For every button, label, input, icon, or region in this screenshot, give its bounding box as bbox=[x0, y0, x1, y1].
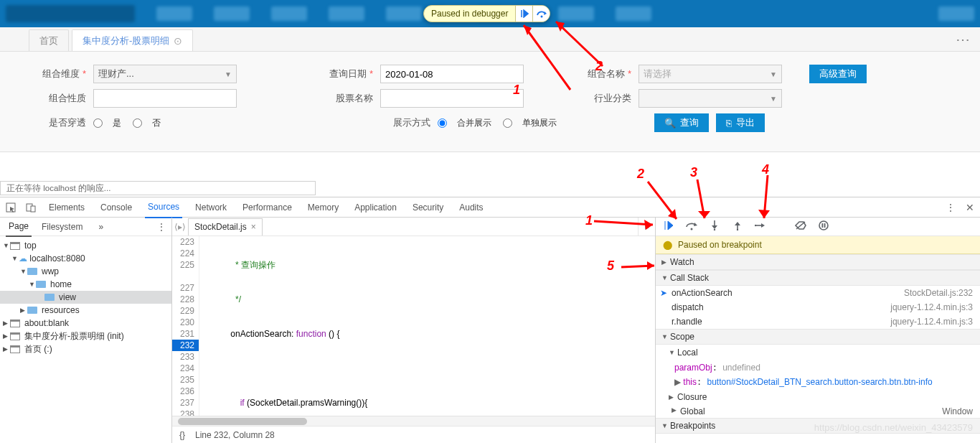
callstack-frame[interactable]: ➤onActionSearchStockDetail.js:232 bbox=[656, 286, 980, 300]
step-over-icon[interactable] bbox=[686, 220, 697, 233]
annotation-number-3: 3 bbox=[690, 165, 697, 180]
line-number-gutter[interactable]: 223224225 227228229 230231 232 233234235… bbox=[172, 236, 199, 416]
warning-icon: ⬤ bbox=[663, 240, 672, 250]
devtools-tab-security[interactable]: Security bbox=[410, 197, 446, 218]
close-icon[interactable]: ⊙ bbox=[174, 35, 182, 47]
step-into-icon[interactable] bbox=[709, 220, 720, 233]
nav-item[interactable] bbox=[329, 6, 364, 21]
adv-search-button[interactable]: 高级查询 bbox=[809, 65, 867, 83]
editor-nav-icon[interactable]: ⟨▸⟩ bbox=[172, 222, 188, 232]
nav-item[interactable] bbox=[616, 6, 651, 21]
devtools-tab-audits[interactable]: Audits bbox=[456, 197, 486, 218]
local-var-this[interactable]: ▶ this: button#StockDetail_BTN_search.bu… bbox=[656, 375, 980, 389]
cursor-position: Line 232, Column 28 bbox=[195, 430, 275, 440]
chevrons-icon[interactable]: » bbox=[98, 222, 103, 232]
pause-on-exceptions-icon[interactable] bbox=[818, 220, 829, 233]
editor-file-tab[interactable]: StockDetail.js× bbox=[188, 218, 263, 236]
combo-dim-select[interactable]: 理财产...▼ bbox=[93, 65, 237, 83]
devtools-close-icon[interactable]: ✕ bbox=[966, 202, 974, 213]
svg-point-1 bbox=[540, 16, 542, 18]
penetrate-no-radio[interactable] bbox=[133, 118, 142, 128]
nav-item[interactable] bbox=[558, 6, 594, 21]
svg-point-12 bbox=[755, 225, 756, 226]
deactivate-breakpoints-icon[interactable] bbox=[795, 220, 806, 233]
pill-stepover-button[interactable] bbox=[532, 6, 550, 22]
svg-point-13 bbox=[819, 221, 828, 230]
tree-node-resources[interactable]: ▶resources bbox=[0, 304, 171, 317]
nav-item[interactable] bbox=[386, 6, 422, 21]
export-button[interactable]: ⎘导出 bbox=[716, 113, 765, 132]
query-form: 组合维度* 理财产...▼ 查询日期* 组合名称* 请选择▼ 高级查询 组合性质… bbox=[0, 52, 980, 152]
devtools-tab-application[interactable]: Application bbox=[352, 197, 400, 218]
nav-item[interactable] bbox=[156, 6, 192, 21]
tree-node-about-blank[interactable]: ▶about:blank bbox=[0, 317, 171, 330]
pretty-print-icon[interactable]: {} bbox=[179, 430, 185, 440]
device-toggle-icon[interactable] bbox=[26, 202, 36, 213]
chevron-down-icon: ▼ bbox=[225, 70, 232, 78]
paused-message: Paused on breakpoint bbox=[678, 240, 762, 250]
inspect-icon[interactable] bbox=[6, 202, 16, 213]
status-waiting-localhost: 正在等待 localhost 的响应... bbox=[0, 181, 316, 195]
nav-item[interactable] bbox=[214, 6, 250, 21]
kebab-menu-icon[interactable]: ⋮ bbox=[157, 222, 166, 232]
industry-select[interactable]: ▼ bbox=[639, 89, 782, 108]
devtools-tab-console[interactable]: Console bbox=[98, 197, 135, 218]
app-tabs-row: 首页 集中度分析-股票明细 ⊙ ⋯ bbox=[0, 27, 980, 52]
tree-node-home[interactable]: ▼home bbox=[0, 278, 171, 291]
nav-tab-filesystem[interactable]: Filesystem bbox=[39, 218, 85, 236]
tree-node-view[interactable]: view bbox=[0, 291, 171, 304]
tree-node-home-page[interactable]: ▶首页 (:) bbox=[0, 342, 171, 355]
scope-local[interactable]: ▼Local bbox=[656, 345, 980, 360]
code-content[interactable]: * 查询操作 */ onActionSearch: function () { … bbox=[199, 236, 655, 416]
chevron-down-icon[interactable]: ▸ bbox=[638, 218, 655, 236]
devtools-tab-performance[interactable]: Performance bbox=[240, 197, 295, 218]
scope-global[interactable]: ▶GlobalWindow bbox=[656, 405, 980, 418]
annotation-number-5: 5 bbox=[607, 258, 614, 274]
tab-home[interactable]: 首页 bbox=[29, 29, 69, 51]
tab-stock-detail[interactable]: 集中度分析-股票明细 ⊙ bbox=[72, 29, 193, 51]
watch-section-header[interactable]: ▶Watch bbox=[656, 254, 980, 270]
display-single-radio[interactable] bbox=[503, 118, 512, 128]
devtools-tab-network[interactable]: Network bbox=[192, 197, 230, 218]
pill-resume-button[interactable] bbox=[515, 6, 532, 22]
annotation-number-2b: 2 bbox=[637, 167, 644, 182]
tree-node-init[interactable]: ▶集中度分析-股票明细 (init) bbox=[0, 330, 171, 342]
combo-nature-input[interactable] bbox=[93, 89, 237, 108]
svg-point-6 bbox=[691, 228, 693, 230]
horizontal-scrollbar[interactable] bbox=[172, 416, 655, 426]
close-icon[interactable]: × bbox=[251, 222, 256, 232]
more-icon[interactable]: ⋯ bbox=[956, 31, 970, 48]
callstack-frame[interactable]: r.handlejquery-1.12.4.min.js:3 bbox=[656, 314, 980, 329]
nav-item[interactable] bbox=[271, 6, 307, 21]
display-merge-radio[interactable] bbox=[438, 118, 447, 128]
scope-section-header[interactable]: ▼Scope bbox=[656, 329, 980, 345]
devtools-tab-elements[interactable]: Elements bbox=[46, 197, 88, 218]
tree-node-top[interactable]: ▼top bbox=[0, 239, 171, 252]
tree-node-host[interactable]: ▼☁ localhost:8080 bbox=[0, 252, 171, 265]
callstack-frame[interactable]: dispatchjquery-1.12.4.min.js:3 bbox=[656, 300, 980, 314]
stock-name-input[interactable] bbox=[380, 89, 524, 108]
tree-node-wwp[interactable]: ▼wwp bbox=[0, 265, 171, 278]
svg-point-8 bbox=[714, 229, 715, 230]
search-button[interactable]: 🔍查询 bbox=[654, 113, 709, 132]
label-industry: 行业分类 bbox=[574, 92, 631, 105]
label-stock-name: 股票名称 bbox=[316, 92, 373, 105]
scope-closure[interactable]: ▶Closure bbox=[656, 389, 980, 405]
resume-icon[interactable] bbox=[663, 220, 674, 233]
combo-name-select[interactable]: 请选择▼ bbox=[639, 65, 782, 83]
user-area[interactable] bbox=[938, 6, 974, 21]
query-date-input[interactable] bbox=[380, 65, 524, 83]
kebab-menu-icon[interactable]: ⋮ bbox=[946, 202, 956, 213]
sources-file-navigator: Page Filesystem » ⋮ ▼top ▼☁ localhost:80… bbox=[0, 218, 172, 443]
nav-tab-page[interactable]: Page bbox=[6, 218, 32, 237]
step-icon[interactable] bbox=[755, 221, 766, 232]
devtools-tab-memory[interactable]: Memory bbox=[305, 197, 341, 218]
tab-home-label: 首页 bbox=[39, 34, 58, 47]
step-out-icon[interactable] bbox=[732, 220, 743, 233]
devtools-tab-sources[interactable]: Sources bbox=[145, 197, 182, 218]
penetrate-yes-radio[interactable] bbox=[93, 118, 103, 128]
local-var-paramobj[interactable]: paramObj: undefined bbox=[656, 360, 980, 375]
callstack-section-header[interactable]: ▼Call Stack bbox=[656, 270, 980, 286]
search-icon: 🔍 bbox=[664, 118, 676, 129]
chevron-down-icon: ▼ bbox=[770, 70, 777, 78]
